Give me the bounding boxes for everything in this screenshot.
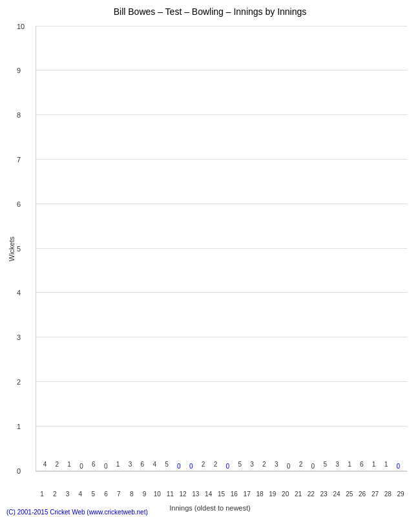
bar-zero-label: 0 bbox=[397, 463, 401, 470]
bar-zero-label: 0 bbox=[177, 463, 181, 470]
bar-group: 0 bbox=[185, 463, 197, 471]
bar-group: 0 bbox=[100, 463, 112, 471]
copyright: (C) 2001-2015 Cricket Web (www.cricketwe… bbox=[6, 509, 148, 516]
y-axis-title: Wickets bbox=[8, 26, 16, 472]
x-axis-label: 3 bbox=[61, 491, 74, 498]
bar-value-label: 2 bbox=[56, 461, 59, 468]
x-axis-label: 11 bbox=[163, 491, 176, 498]
bar-value-label: 6 bbox=[92, 461, 96, 468]
bar-value-label: 5 bbox=[238, 461, 242, 468]
bar-value-label: 2 bbox=[202, 461, 205, 468]
x-axis-label: 18 bbox=[253, 491, 266, 498]
bar-value-label: 1 bbox=[384, 461, 388, 468]
bar-value-label: 6 bbox=[360, 461, 364, 468]
bar-value-label: 3 bbox=[275, 461, 278, 468]
bar-zero-label: 0 bbox=[311, 463, 315, 470]
bar-zero-label: 0 bbox=[287, 463, 291, 470]
x-axis-label: 12 bbox=[176, 491, 189, 498]
x-axis-label: 27 bbox=[369, 491, 382, 498]
bar-group: 0 bbox=[282, 463, 295, 471]
x-axis-label: 14 bbox=[202, 491, 215, 498]
bar-value-label: 1 bbox=[348, 461, 352, 468]
x-axis-label: 10 bbox=[151, 491, 163, 498]
chart-area: 10 9 8 7 6 5 4 3 2 1 0 42 bbox=[36, 26, 407, 472]
bar-zero-label: 0 bbox=[104, 463, 108, 470]
x-axis-label: 26 bbox=[356, 491, 369, 498]
bar-value-label: 1 bbox=[116, 461, 120, 468]
x-axis-labels: 1234567891011121314151617181920212223242… bbox=[36, 491, 407, 498]
x-axis-label: 17 bbox=[240, 491, 253, 498]
bar-value-label: 2 bbox=[262, 461, 266, 468]
x-axis-label: 25 bbox=[343, 491, 356, 498]
x-axis-label: 5 bbox=[87, 491, 100, 498]
bar-value-label: 3 bbox=[250, 461, 254, 468]
bar-value-label: 6 bbox=[141, 461, 145, 468]
x-axis-label: 28 bbox=[381, 491, 394, 498]
bar-value-label: 3 bbox=[335, 461, 339, 468]
x-axis-label: 13 bbox=[189, 491, 202, 498]
bars-wrapper: 421060136450022053230205316110 bbox=[36, 26, 407, 471]
bar-zero-label: 0 bbox=[79, 463, 83, 470]
bar-group: 0 bbox=[222, 463, 234, 471]
bar-group: 0 bbox=[76, 463, 88, 471]
x-axis-label: 4 bbox=[74, 491, 87, 498]
x-axis-label: 9 bbox=[138, 491, 151, 498]
bar-value-label: 1 bbox=[372, 461, 376, 468]
bar-zero-label: 0 bbox=[226, 463, 230, 470]
x-axis-label: 1 bbox=[36, 491, 48, 498]
bar-value-label: 3 bbox=[129, 461, 132, 468]
x-axis-label: 29 bbox=[394, 491, 407, 498]
bar-group: 0 bbox=[173, 463, 185, 471]
chart-title: Bill Bowes – Test – Bowling – Innings by… bbox=[0, 0, 420, 20]
x-axis-label: 6 bbox=[100, 491, 112, 498]
x-axis-label: 22 bbox=[304, 491, 317, 498]
x-axis-label: 15 bbox=[215, 491, 228, 498]
bar-value-label: 1 bbox=[67, 461, 71, 468]
x-axis-label: 23 bbox=[317, 491, 330, 498]
bar-zero-label: 0 bbox=[189, 463, 193, 470]
chart-container: Bill Bowes – Test – Bowling – Innings by… bbox=[0, 0, 420, 517]
bar-group: 0 bbox=[392, 463, 404, 471]
x-axis-label: 19 bbox=[266, 491, 279, 498]
bar-value-label: 5 bbox=[165, 461, 169, 468]
x-axis-label: 8 bbox=[125, 491, 138, 498]
bar-value-label: 5 bbox=[323, 461, 327, 468]
x-axis-label: 20 bbox=[279, 491, 292, 498]
x-axis-label: 16 bbox=[227, 491, 240, 498]
bar-value-label: 2 bbox=[214, 461, 218, 468]
x-axis-label: 2 bbox=[48, 491, 61, 498]
x-axis-label: 24 bbox=[330, 491, 343, 498]
bar-group: 0 bbox=[307, 463, 319, 471]
x-axis-label: 21 bbox=[292, 491, 305, 498]
x-axis-label: 7 bbox=[112, 491, 125, 498]
bar-value-label: 4 bbox=[43, 461, 47, 468]
bar-value-label: 2 bbox=[299, 461, 303, 468]
bar-value-label: 4 bbox=[152, 461, 156, 468]
